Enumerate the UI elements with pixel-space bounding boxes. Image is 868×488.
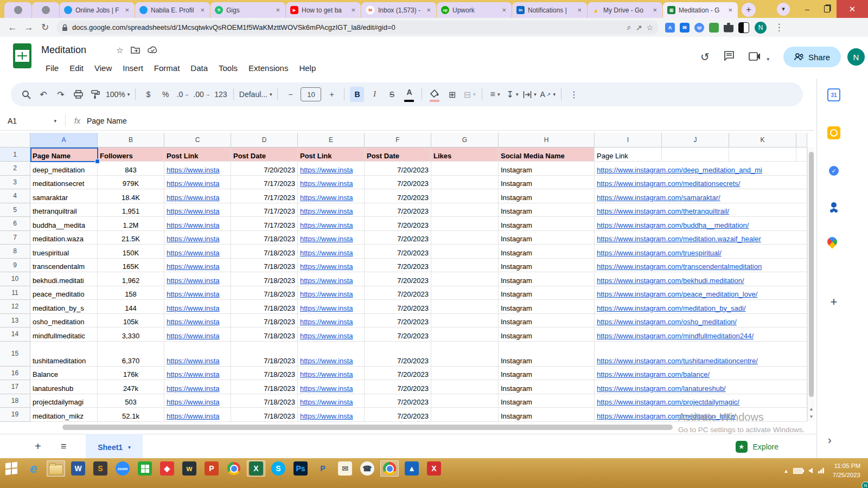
- redo-button[interactable]: ↷: [54, 87, 68, 102]
- cell-I11[interactable]: https://www.instagram.com/peace_meditati…: [595, 286, 807, 300]
- frog-extension-icon[interactable]: [709, 23, 719, 33]
- tab-close-icon[interactable]: ×: [425, 6, 432, 14]
- menu-data[interactable]: Data: [186, 62, 212, 74]
- taskbar-skype-icon[interactable]: S: [269, 460, 288, 477]
- taskbar-word-icon[interactable]: W: [69, 460, 87, 477]
- cell-F17[interactable]: 7/20/2023: [365, 380, 431, 394]
- cell-F2[interactable]: 7/20/2023: [365, 162, 431, 176]
- cell-F18[interactable]: 7/20/2023: [365, 394, 431, 408]
- taskbar-chrome-profile-icon[interactable]: N: [380, 460, 399, 477]
- cell-F10[interactable]: 7/20/2023: [365, 272, 431, 286]
- side-panel-expand-chevron[interactable]: ›: [828, 434, 832, 446]
- cell-I3[interactable]: https://www.instagram.com/meditationsecr…: [595, 176, 807, 190]
- cell-D8[interactable]: 7/18/2023: [231, 245, 298, 259]
- meet-caret-icon[interactable]: ▾: [767, 56, 769, 62]
- row-header-14[interactable]: 14: [0, 328, 30, 342]
- cell-A2[interactable]: deep_meditation: [30, 162, 98, 176]
- cell-C1[interactable]: Post Link: [164, 147, 231, 162]
- tab-close-icon[interactable]: ×: [124, 6, 130, 14]
- cell-C2[interactable]: https://www.insta: [164, 162, 231, 176]
- cell-B19[interactable]: 52.1k: [98, 408, 164, 422]
- cell-E14[interactable]: https://www.insta: [298, 328, 365, 342]
- cell-E10[interactable]: https://www.insta: [298, 272, 365, 286]
- sheet-tab-caret-icon[interactable]: ▾: [128, 445, 131, 450]
- cell-I15[interactable]: https://www.instagram.com/tushitameditat…: [595, 342, 807, 367]
- cell-I10[interactable]: https://www.instagram.com/bekhudi.medita…: [595, 272, 807, 286]
- horizontal-scrollbar-thumb[interactable]: [62, 425, 673, 430]
- cell-F3[interactable]: 7/20/2023: [365, 176, 431, 190]
- sheets-logo-icon[interactable]: [13, 43, 31, 68]
- taskbar-whatsapp-icon[interactable]: ☎: [358, 460, 376, 477]
- cell-B9[interactable]: 165K: [98, 259, 164, 273]
- cell-F16[interactable]: 7/20/2023: [365, 367, 431, 381]
- cell-G3[interactable]: [431, 176, 499, 190]
- browser-tab-how-to-get-ba[interactable]: ▶How to get ba×: [286, 2, 361, 18]
- cell-C8[interactable]: https://www.insta: [164, 245, 231, 259]
- browser-tab-upwork[interactable]: upUpwork×: [437, 2, 512, 18]
- row-header-19[interactable]: 19: [0, 408, 30, 422]
- cell-I6[interactable]: https://www.instagram.com/buddha__medita…: [595, 217, 807, 231]
- zoom-caret-icon[interactable]: ▾: [127, 92, 130, 97]
- cell-B11[interactable]: 158: [98, 286, 164, 300]
- hidden-icons-chevron[interactable]: ▴: [784, 467, 788, 474]
- cell-F15[interactable]: 7/20/2023: [365, 342, 431, 367]
- cell-G16[interactable]: [431, 367, 499, 381]
- cell-F11[interactable]: 7/20/2023: [365, 286, 431, 300]
- cell-H10[interactable]: Instagram: [499, 272, 595, 286]
- text-wrap-caret-icon[interactable]: ▾: [534, 92, 537, 97]
- cell-A9[interactable]: transcendentalm: [30, 259, 98, 273]
- share-button[interactable]: Share: [783, 47, 841, 67]
- cell-D16[interactable]: 7/18/2023: [231, 367, 298, 381]
- taskbar-app-dark-icon[interactable]: w: [180, 460, 199, 477]
- row-header-7[interactable]: 7: [0, 231, 30, 245]
- cell-H13[interactable]: Instagram: [499, 314, 595, 328]
- formula-content[interactable]: Page Name: [87, 117, 127, 125]
- cell-C13[interactable]: https://www.insta: [164, 314, 231, 328]
- meet-camera-icon[interactable]: ▾: [749, 51, 769, 63]
- cell-A12[interactable]: meditation_by_s: [30, 300, 98, 314]
- explore-button[interactable]: ★ Explore: [736, 441, 778, 453]
- cell-E18[interactable]: https://www.insta: [298, 394, 365, 408]
- row-header-11[interactable]: 11: [0, 286, 30, 300]
- cell-C5[interactable]: https://www.insta: [164, 203, 231, 217]
- cell-I19[interactable]: https://www.instagram.com/meditation_mik…: [595, 408, 807, 422]
- row-header-9[interactable]: 9: [0, 259, 30, 273]
- cell-E5[interactable]: https://www.insta: [298, 203, 365, 217]
- font-size-decrease-button[interactable]: −: [283, 87, 297, 102]
- cell-G17[interactable]: [431, 380, 499, 394]
- cell-D12[interactable]: 7/18/2023: [231, 300, 298, 314]
- fill-color-button[interactable]: [427, 86, 442, 103]
- cell-I7[interactable]: https://www.instagram.com/meditation.waz…: [595, 231, 807, 245]
- font-size-button[interactable]: 10: [301, 87, 321, 102]
- tab-search-icon[interactable]: ▾: [777, 3, 790, 16]
- cell-B14[interactable]: 3,330: [98, 328, 164, 342]
- cell-I2[interactable]: https://www.instagram.com/deep_meditatio…: [595, 162, 807, 176]
- vertical-scrollbar[interactable]: ▲ ▼: [807, 147, 815, 421]
- cell-H11[interactable]: Instagram: [499, 286, 595, 300]
- row-header-3[interactable]: 3: [0, 176, 30, 190]
- cell-D1[interactable]: Post Date: [231, 147, 298, 162]
- name-box[interactable]: A1 ▾: [0, 117, 62, 125]
- cell-C9[interactable]: https://www.insta: [164, 259, 231, 273]
- font-caret-icon[interactable]: ▾: [270, 92, 272, 97]
- cell-C14[interactable]: https://www.insta: [164, 328, 231, 342]
- borders-button[interactable]: ⊞: [445, 87, 459, 102]
- puzzle-extension-icon[interactable]: [724, 23, 733, 33]
- cell-D14[interactable]: 7/18/2023: [231, 328, 298, 342]
- cell-A11[interactable]: peace_meditatio: [30, 286, 98, 300]
- cell-G1[interactable]: Likes: [431, 147, 499, 162]
- text-rotation-caret-icon[interactable]: ▾: [553, 92, 556, 97]
- more-button[interactable]: ⋮: [567, 87, 581, 102]
- cell-D4[interactable]: 7/17/2023: [231, 189, 298, 203]
- cell-D15[interactable]: 7/18/2023: [231, 342, 298, 367]
- browser-tab-pinned-0[interactable]: [4, 2, 31, 18]
- cell-G10[interactable]: [431, 272, 499, 286]
- column-header-C[interactable]: C: [164, 133, 231, 147]
- cell-D11[interactable]: 7/18/2023: [231, 286, 298, 300]
- search-button[interactable]: [19, 87, 33, 102]
- cell-B4[interactable]: 18.4K: [98, 189, 164, 203]
- star-icon[interactable]: ☆: [116, 46, 123, 55]
- text-rotation-button[interactable]: A↗▾: [540, 87, 555, 102]
- cell-E6[interactable]: https://www.insta: [298, 217, 365, 231]
- bookmark-star-icon[interactable]: ☆: [646, 23, 653, 32]
